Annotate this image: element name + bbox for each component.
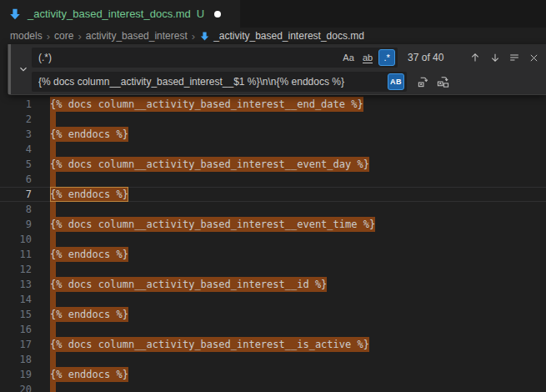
preserve-case-button[interactable]: AB xyxy=(388,73,404,90)
find-match-highlight xyxy=(50,262,56,277)
code-line[interactable]: 8 xyxy=(0,202,546,217)
find-match-highlight xyxy=(50,232,56,247)
replace-input[interactable]: {% docs column__activity_based_interest_… xyxy=(32,72,407,92)
line-number: 15 xyxy=(0,307,50,322)
next-match-button[interactable] xyxy=(487,49,503,67)
line-number: 2 xyxy=(0,112,50,127)
find-match-highlight xyxy=(50,352,56,367)
match-case-button[interactable]: Aa xyxy=(340,49,357,66)
editor-tab-bar: _activity_based_interest_docs.md U xyxy=(0,0,546,28)
code-line[interactable]: 11{% enddocs %} xyxy=(0,247,546,262)
code-line[interactable]: 9{% docs column__activity_based_interest… xyxy=(0,217,546,232)
code-line[interactable]: 2 xyxy=(0,112,546,127)
breadcrumb-item-models[interactable]: models xyxy=(10,30,43,42)
code-line[interactable]: 4 xyxy=(0,142,546,157)
code-line[interactable]: 20 xyxy=(0,382,546,392)
preserve-case-label: AB xyxy=(390,78,402,86)
code-line[interactable]: 16 xyxy=(0,322,546,337)
markdown-file-icon xyxy=(8,8,22,21)
arrow-down-icon xyxy=(489,52,501,63)
line-content xyxy=(50,262,546,277)
find-in-selection-button[interactable] xyxy=(506,49,523,67)
code-line[interactable]: 5{% docs column__activity_based_interest… xyxy=(0,157,546,172)
line-content: {% docs column__activity_based_interest_… xyxy=(50,337,546,352)
line-content: {% enddocs %} xyxy=(50,247,546,262)
line-content: {% enddocs %} xyxy=(50,187,546,202)
line-content xyxy=(50,292,546,307)
find-match-highlight xyxy=(50,142,56,157)
line-number: 16 xyxy=(0,322,50,337)
current-find-match: {% enddocs %} xyxy=(50,187,128,202)
code-line[interactable]: 14 xyxy=(0,292,546,307)
code-line[interactable]: 1{% docs column__activity_based_interest… xyxy=(0,97,546,112)
find-match-highlight xyxy=(50,322,56,337)
replace-button[interactable] xyxy=(414,73,432,91)
editor-lines: 1{% docs column__activity_based_interest… xyxy=(0,44,546,392)
find-match-highlight xyxy=(50,292,56,307)
close-icon xyxy=(528,53,539,63)
line-number: 3 xyxy=(0,127,50,142)
code-line[interactable]: 7{% enddocs %} xyxy=(0,187,546,202)
line-number: 10 xyxy=(0,232,50,247)
modified-indicator-dot[interactable] xyxy=(214,11,221,18)
line-number: 5 xyxy=(0,157,50,172)
line-number: 7 xyxy=(0,187,50,202)
previous-match-button[interactable] xyxy=(467,49,483,67)
code-line[interactable]: 17{% docs column__activity_based_interes… xyxy=(0,337,546,352)
find-match-highlight: {% enddocs %} xyxy=(50,247,128,262)
code-line[interactable]: 18 xyxy=(0,352,546,367)
regex-label: .* xyxy=(383,53,389,63)
code-line[interactable]: 3{% enddocs %} xyxy=(0,127,546,142)
find-input[interactable]: (.*) Aa ab .* xyxy=(32,48,398,68)
tab-activity-based-interest-docs[interactable]: _activity_based_interest_docs.md U xyxy=(0,0,240,28)
code-line[interactable]: 15{% enddocs %} xyxy=(0,307,546,322)
line-content: {% enddocs %} xyxy=(50,367,546,382)
code-line[interactable]: 12 xyxy=(0,262,546,277)
code-line[interactable]: 6 xyxy=(0,172,546,187)
find-match-highlight xyxy=(50,202,56,217)
find-match-highlight xyxy=(50,172,56,187)
regex-button[interactable]: .* xyxy=(378,49,395,66)
find-match-highlight: {% docs column__activity_based_interest_… xyxy=(50,157,369,172)
replace-input-value: {% docs column__activity_based_interest_… xyxy=(38,76,388,88)
line-number: 11 xyxy=(0,247,50,262)
code-line[interactable]: 19{% enddocs %} xyxy=(0,367,546,382)
line-number: 20 xyxy=(0,382,50,392)
whole-word-label: ab xyxy=(363,53,373,63)
line-number: 19 xyxy=(0,367,50,382)
line-content: {% enddocs %} xyxy=(50,127,546,142)
line-content: {% docs column__activity_based_interest_… xyxy=(50,277,546,292)
line-content: {% docs column__activity_based_interest_… xyxy=(50,217,546,232)
line-number: 1 xyxy=(0,97,50,112)
find-widget-resize-sash[interactable] xyxy=(8,44,11,94)
close-find-widget-button[interactable] xyxy=(526,49,543,67)
breadcrumb-item-activity-based-interest[interactable]: activity_based_interest xyxy=(86,30,188,42)
find-match-highlight xyxy=(50,382,56,392)
replace-all-button[interactable] xyxy=(434,73,452,91)
find-match-highlight: {% enddocs %} xyxy=(50,127,128,142)
breadcrumb-filename: _activity_based_interest_docs.md xyxy=(213,30,364,42)
line-number: 12 xyxy=(0,262,50,277)
line-content xyxy=(50,172,546,187)
line-number: 4 xyxy=(0,142,50,157)
toggle-replace-button[interactable] xyxy=(15,44,32,94)
find-results-count: 37 of 40 xyxy=(408,52,456,63)
find-match-highlight: {% enddocs %} xyxy=(50,367,128,382)
code-line[interactable]: 10 xyxy=(0,232,546,247)
line-number: 6 xyxy=(0,172,50,187)
find-match-highlight: {% docs column__activity_based_interest_… xyxy=(50,97,363,112)
breadcrumb-item-file[interactable]: _activity_based_interest_docs.md xyxy=(199,30,364,42)
line-number: 13 xyxy=(0,277,50,292)
arrow-up-icon xyxy=(469,52,481,63)
breadcrumb-item-core[interactable]: core xyxy=(54,30,73,42)
editor-pane[interactable]: 1{% docs column__activity_based_interest… xyxy=(0,44,546,392)
find-match-highlight: {% enddocs %} xyxy=(50,307,128,322)
line-content xyxy=(50,112,546,127)
line-content xyxy=(50,352,546,367)
breadcrumb-separator-icon: › xyxy=(47,30,50,43)
find-replace-widget: (.*) Aa ab .* 37 of 40 xyxy=(8,44,546,95)
whole-word-button[interactable]: ab xyxy=(359,49,376,66)
code-line[interactable]: 13{% docs column__activity_based_interes… xyxy=(0,277,546,292)
breadcrumb-separator-icon: › xyxy=(78,30,81,43)
find-match-highlight xyxy=(50,112,56,127)
